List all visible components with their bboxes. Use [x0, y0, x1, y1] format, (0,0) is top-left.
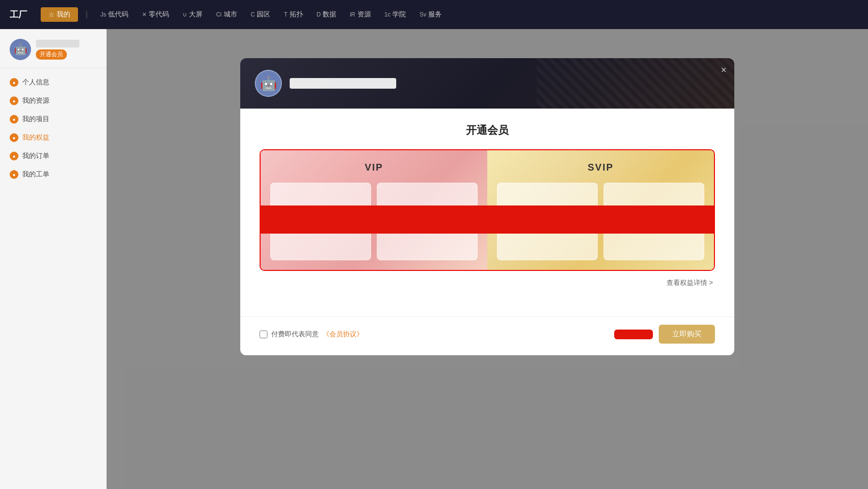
orders-icon: ● — [10, 152, 18, 160]
nav-item-data[interactable]: D 数据 — [312, 8, 341, 21]
close-button[interactable]: × — [721, 65, 727, 75]
dialog-avatar: 🤖 — [255, 70, 282, 97]
nav-item-city[interactable]: Ci 城市 — [211, 8, 242, 21]
price-button[interactable] — [614, 330, 653, 339]
sidebar-item-my-project[interactable]: ● 我的项目 — [0, 110, 107, 128]
vip-cards-container: VIP 低代码 零代码 — [260, 149, 715, 271]
star-icon: ☆ — [48, 11, 55, 18]
dialog-username-bar — [290, 78, 396, 89]
sidebar-item-my-orders[interactable]: ● 我的订单 — [0, 147, 107, 165]
avatar: 🤖 — [10, 39, 31, 60]
nav-divider: | — [86, 10, 88, 19]
c-icon: C — [251, 11, 255, 18]
js-icon: Js — [100, 11, 106, 18]
my-button[interactable]: ☆ 我的 — [41, 7, 78, 22]
modal-overlay: 🤖 × 开通会员 VIP 低代码 — [107, 29, 868, 489]
sidebar: 🤖 开通会员 ● 个人信息 ● 我的资源 ● 我的项目 ● 我的权益 ● 我的订… — [0, 29, 107, 489]
agreement-checkbox[interactable] — [260, 331, 267, 338]
dialog-header: 🤖 × — [240, 58, 734, 109]
benefits-icon: ● — [10, 133, 18, 142]
nav-item-topology[interactable]: T 拓扑 — [279, 8, 308, 21]
user-info: 开通会员 — [36, 40, 79, 60]
username-bar — [36, 40, 79, 47]
nav-item-lowcode[interactable]: Js 低代码 — [95, 8, 133, 21]
1c-icon: 1c — [385, 11, 391, 18]
nav-item-service[interactable]: Sv 服务 — [415, 8, 447, 21]
promo-banner — [261, 205, 714, 234]
sidebar-item-my-resource[interactable]: ● 我的资源 — [0, 92, 107, 110]
main-area: 🤖 开通会员 ● 个人信息 ● 我的资源 ● 我的项目 ● 我的权益 ● 我的订… — [0, 29, 868, 489]
agreement-link[interactable]: 《会员协议》 — [323, 330, 363, 339]
top-nav: 工厂 ☆ 我的 | Js 低代码 ✕ 零代码 ∪ 大屏 Ci 城市 C 园区 T… — [0, 0, 868, 29]
ci-icon: Ci — [216, 11, 221, 18]
t-icon: T — [284, 11, 287, 18]
nav-item-zerocode[interactable]: ✕ 零代码 — [137, 8, 174, 21]
open-vip-button[interactable]: 开通会员 — [36, 49, 67, 60]
sidebar-item-my-tickets[interactable]: ● 我的工单 — [0, 165, 107, 184]
nav-item-academy[interactable]: 1c 学院 — [380, 8, 411, 21]
resource-icon: ● — [10, 96, 18, 105]
dialog-footer: 付费即代表同意 《会员协议》 立即购买 — [240, 316, 734, 355]
ir-icon: iR — [350, 11, 355, 18]
agreement-text: 付费即代表同意 — [271, 330, 319, 339]
project-icon: ● — [10, 115, 18, 124]
nav-item-bigscreen[interactable]: ∪ 大屏 — [178, 8, 207, 21]
d-icon: D — [317, 11, 321, 18]
benefits-link[interactable]: 查看权益详情 > — [260, 279, 715, 287]
footer-buttons: 立即购买 — [614, 325, 715, 344]
vip-title: VIP — [270, 162, 478, 173]
dialog-title: 开通会员 — [260, 123, 715, 138]
sv-icon: Sv — [419, 11, 426, 18]
vip-dialog: 🤖 × 开通会员 VIP 低代码 — [240, 58, 734, 355]
dialog-body: 开通会员 VIP 低代码 零代码 — [240, 109, 734, 316]
tickets-icon: ● — [10, 170, 18, 179]
nav-item-park[interactable]: C 园区 — [246, 8, 276, 21]
page-content: 🤖 × 开通会员 VIP 低代码 — [107, 29, 868, 489]
sidebar-user: 🤖 开通会员 — [0, 39, 107, 68]
agreement-row: 付费即代表同意 《会员协议》 — [260, 330, 363, 339]
sidebar-item-my-benefits[interactable]: ● 我的权益 — [0, 128, 107, 147]
nav-item-resource[interactable]: iR 资源 — [345, 8, 375, 21]
personal-info-icon: ● — [10, 78, 18, 87]
app-logo: 工厂 — [10, 9, 27, 20]
buy-button[interactable]: 立即购买 — [659, 325, 715, 344]
svip-title: SVIP — [497, 162, 704, 173]
u-icon: ∪ — [183, 11, 187, 18]
sidebar-item-personal-info[interactable]: ● 个人信息 — [0, 73, 107, 92]
x-icon: ✕ — [142, 11, 147, 18]
